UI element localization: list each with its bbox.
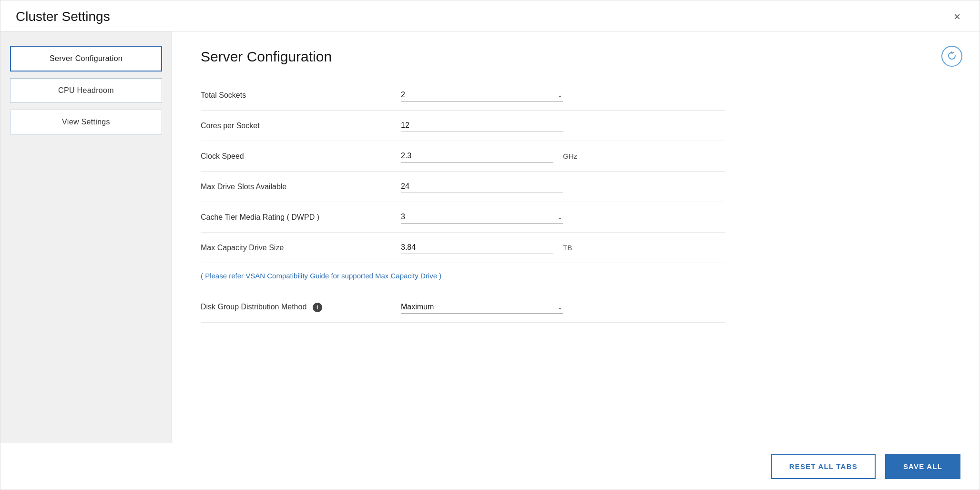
- unit-clock-speed: GHz: [563, 152, 577, 160]
- total-sockets-value: 2: [401, 91, 557, 99]
- disk-group-value: Maximum: [401, 303, 557, 311]
- form-row-clock-speed: Clock Speed GHz: [201, 141, 725, 172]
- chevron-down-icon: ⌄: [557, 213, 563, 221]
- form-row-cache-tier: Cache Tier Media Rating ( DWPD ) 3 ⌄: [201, 202, 725, 233]
- sidebar-item-server-configuration[interactable]: Server Configuration: [10, 46, 162, 71]
- vsan-link-row: ( Please refer VSAN Compatibility Guide …: [201, 263, 725, 284]
- chevron-down-icon: ⌄: [557, 91, 563, 99]
- dialog-header: Cluster Settings ×: [0, 0, 980, 31]
- control-disk-group: Maximum ⌄: [401, 301, 725, 314]
- info-icon[interactable]: i: [313, 303, 322, 312]
- label-max-capacity: Max Capacity Drive Size: [201, 244, 401, 252]
- control-cache-tier: 3 ⌄: [401, 211, 725, 224]
- vsan-compatibility-link[interactable]: ( Please refer VSAN Compatibility Guide …: [201, 272, 441, 280]
- label-clock-speed: Clock Speed: [201, 152, 401, 161]
- label-max-drive-slots: Max Drive Slots Available: [201, 183, 401, 191]
- close-button[interactable]: ×: [950, 9, 964, 24]
- sidebar: Server Configuration CPU Headroom View S…: [0, 31, 172, 443]
- section-title: Server Configuration: [201, 49, 951, 65]
- select-total-sockets[interactable]: 2 ⌄: [401, 89, 563, 102]
- main-content: Server Configuration Total Sockets 2 ⌄ C…: [172, 31, 980, 443]
- cluster-settings-dialog: Cluster Settings × Server Configuration …: [0, 0, 980, 490]
- label-cores-per-socket: Cores per Socket: [201, 122, 401, 130]
- dialog-footer: RESET ALL TABS SAVE ALL: [0, 443, 980, 490]
- reset-icon: [947, 51, 957, 61]
- select-disk-group[interactable]: Maximum ⌄: [401, 301, 563, 314]
- control-cores-per-socket: [401, 119, 725, 132]
- cache-tier-value: 3: [401, 213, 557, 221]
- input-max-capacity[interactable]: [401, 241, 553, 254]
- control-total-sockets: 2 ⌄: [401, 89, 725, 102]
- form-row-max-drive-slots: Max Drive Slots Available: [201, 172, 725, 202]
- reset-all-tabs-button[interactable]: RESET ALL TABS: [771, 454, 876, 479]
- label-disk-group: Disk Group Distribution Method i: [201, 303, 401, 312]
- control-max-capacity: TB: [401, 241, 725, 254]
- form-row-disk-group: Disk Group Distribution Method i Maximum…: [201, 292, 725, 323]
- select-cache-tier[interactable]: 3 ⌄: [401, 211, 563, 224]
- chevron-down-icon: ⌄: [557, 303, 563, 311]
- save-all-button[interactable]: SAVE ALL: [885, 454, 960, 479]
- dialog-title: Cluster Settings: [16, 9, 110, 24]
- unit-max-capacity: TB: [563, 244, 572, 252]
- dialog-body: Server Configuration CPU Headroom View S…: [0, 31, 980, 443]
- form-row-total-sockets: Total Sockets 2 ⌄: [201, 80, 725, 111]
- input-max-drive-slots[interactable]: [401, 180, 563, 193]
- reset-tab-button[interactable]: [941, 46, 962, 67]
- control-clock-speed: GHz: [401, 150, 725, 163]
- control-max-drive-slots: [401, 180, 725, 193]
- input-clock-speed[interactable]: [401, 150, 553, 163]
- input-cores-per-socket[interactable]: [401, 119, 563, 132]
- sidebar-item-view-settings[interactable]: View Settings: [10, 110, 162, 134]
- sidebar-item-cpu-headroom[interactable]: CPU Headroom: [10, 78, 162, 103]
- form-table: Total Sockets 2 ⌄ Cores per Socket: [201, 80, 725, 323]
- label-total-sockets: Total Sockets: [201, 91, 401, 100]
- label-cache-tier: Cache Tier Media Rating ( DWPD ): [201, 213, 401, 222]
- form-row-max-capacity: Max Capacity Drive Size TB: [201, 233, 725, 263]
- form-row-cores-per-socket: Cores per Socket: [201, 111, 725, 141]
